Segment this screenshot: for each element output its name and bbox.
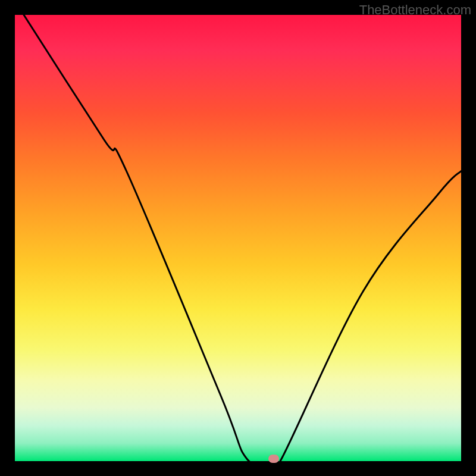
optimal-point-marker <box>268 455 279 463</box>
chart-plot-area <box>15 15 461 461</box>
bottleneck-curve <box>15 15 461 461</box>
watermark-text: TheBottleneck.com <box>359 2 471 18</box>
